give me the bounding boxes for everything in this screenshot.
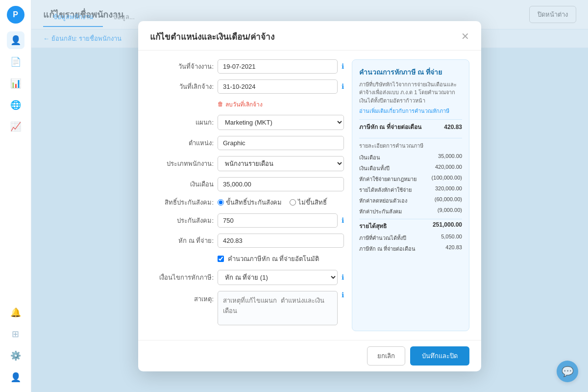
employee-type-select[interactable]: พนักงานรายเดือน พนักงานรายวัน พนักงานพาร… <box>218 156 344 171</box>
reason-textarea[interactable] <box>218 291 338 325</box>
end-date-label: วันที่เลิกจ้าง: <box>150 81 214 92</box>
reason-row: สาเหตุ: ℹ <box>150 291 344 325</box>
tax-summary-label: ภาษีหัก ณ ที่จ่ายต่อเดือน <box>359 122 421 131</box>
auto-calc-label: คำนวณภาษีหัก ณ ที่จ่ายอัตโนมัติ <box>228 254 319 264</box>
tax-panel-link[interactable]: อ่านเพิ่มเติมเกี่ยวกับการคำนวณหักภาษี <box>359 106 462 115</box>
tax-row-ss-deduct: หักค่าประกันสังคม (9,000.00) <box>359 206 462 217</box>
tax-row-after-expense: รายได้หลังหักค่าใช้จ่าย 320,000.00 <box>359 184 462 195</box>
sidebar: P 👤 📄 📊 🌐 📈 🔔 ⊞ ⚙️ 👤 <box>0 0 31 392</box>
sidebar-icon-network[interactable]: 🌐 <box>7 96 24 114</box>
hire-date-info-icon[interactable]: ℹ <box>342 62 344 70</box>
sidebar-icon-user2[interactable]: 👤 <box>7 368 24 386</box>
tax-panel-title: คำนวณการหักภาษี ณ ที่จ่าย <box>359 67 462 78</box>
department-row: แผนก: Marketing (MKT) HR Finance IT <box>150 115 344 130</box>
radio-ss-no[interactable] <box>290 199 296 206</box>
sidebar-icon-bell[interactable]: 🔔 <box>7 304 24 321</box>
tax-method-label: เงื่อนไขการหักภาษี: <box>150 272 214 283</box>
tax-summary-value: 420.83 <box>444 124 462 131</box>
insurance-info-icon[interactable]: ℹ <box>342 216 344 224</box>
modal-body: วันที่จ้างงาน: ℹ วันที่เลิกจ้าง: ℹ 🗑 <box>138 51 481 340</box>
sidebar-icon-person[interactable]: 👤 <box>7 31 24 49</box>
modal-footer: ยกเลิก บันทึกและปิด <box>138 340 481 371</box>
department-select[interactable]: Marketing (MKT) HR Finance IT <box>218 115 344 130</box>
modal-title: แก้ไขตำแหน่งและเงินเดือน/ค่าจ้าง <box>150 30 274 43</box>
tax-row-salary: เงินเดือน 35,000.00 <box>359 152 462 163</box>
tax-deduct-label: หัก ณ ที่จ่าย: <box>150 235 214 246</box>
tax-method-row: เงื่อนไขการหักภาษี: หัก ณ ที่จ่าย (1) หั… <box>150 270 344 285</box>
insurance-input[interactable] <box>218 213 338 228</box>
hire-date-label: วันที่จ้างงาน: <box>150 61 214 72</box>
sidebar-logo[interactable]: P <box>7 6 24 24</box>
social-security-row: สิทธิ์ประกันสังคม: ขั้นสิทธิ์ประกันสังคม… <box>150 197 344 208</box>
sidebar-icon-grid[interactable]: ⊞ <box>7 325 24 343</box>
form-area: วันที่จ้างงาน: ℹ วันที่เลิกจ้าง: ℹ 🗑 <box>150 59 344 331</box>
tax-deduct-input[interactable] <box>218 234 344 248</box>
modal-header: แก้ไขตำแหน่งและเงินเดือน/ค่าจ้าง ✕ <box>138 21 481 51</box>
tax-detail-title: รายละเอียดการคำนวณภาษี <box>359 141 462 150</box>
insurance-row: ประกันสังคม: ℹ <box>150 213 344 228</box>
main-content: แก้ไขรายชื่อพนักงาน ปิดหน้าต่าง ← ย้อนกล… <box>31 0 588 392</box>
position-input[interactable] <box>218 136 344 150</box>
department-label: แผนก: <box>150 117 214 128</box>
tax-row-monthly-tax: ภาษีหัก ณ ที่จ่ายต่อเดือน 420.83 <box>359 243 462 254</box>
tax-detail-section: รายละเอียดการคำนวณภาษี เงินเดือน 35,000.… <box>359 138 462 254</box>
employee-type-label: ประเภทพนักงาน: <box>150 158 214 169</box>
sidebar-icon-settings[interactable]: ⚙️ <box>7 347 24 365</box>
tax-row-net-income: รายได้สุทธิ 251,000.00 <box>359 219 462 233</box>
tax-row-annual: เงินเดือนทั้งปี 420,000.00 <box>359 163 462 174</box>
trash-icon: 🗑 <box>218 101 223 107</box>
salary-input[interactable] <box>218 177 344 191</box>
end-date-row: วันที่เลิกจ้าง: ℹ <box>150 79 344 94</box>
auto-calc-row: คำนวณภาษีหัก ณ ที่จ่ายอัตโนมัติ <box>150 254 344 264</box>
delete-date-link[interactable]: 🗑 ลบวันที่เลิกจ้าง <box>218 100 263 109</box>
sidebar-icon-chart[interactable]: 📊 <box>7 75 24 92</box>
tax-panel: คำนวณการหักภาษี ณ ที่จ่าย ภาษีที่บริษัทห… <box>352 59 469 331</box>
sidebar-icon-activity[interactable]: 📈 <box>7 118 24 135</box>
sidebar-icon-file[interactable]: 📄 <box>7 53 24 71</box>
cancel-button[interactable]: ยกเลิก <box>367 346 405 366</box>
save-button[interactable]: บันทึกและปิด <box>410 346 469 366</box>
tax-row-annual-tax: ภาษีที่คำนวณได้ทั้งปี 5,050.00 <box>359 233 462 243</box>
tax-method-select[interactable]: หัก ณ ที่จ่าย (1) หัก ณ ที่จ่าย (2) หัก … <box>218 270 338 285</box>
tax-method-info-icon[interactable]: ℹ <box>342 273 344 281</box>
tax-summary-row: ภาษีหัก ณ ที่จ่ายต่อเดือน 420.83 <box>359 119 462 134</box>
social-security-radio-group: ขั้นสิทธิ์ประกันสังคม ไม่ขึ้นสิทธิ์ <box>218 197 344 208</box>
modal-close-button[interactable]: ✕ <box>461 31 469 41</box>
modal-dialog: แก้ไขตำแหน่งและเงินเดือน/ค่าจ้าง ✕ วันที… <box>138 21 481 371</box>
modal-overlay: แก้ไขตำแหน่งและเงินเดือน/ค่าจ้าง ✕ วันที… <box>31 0 588 392</box>
employee-type-row: ประเภทพนักงาน: พนักงานรายเดือน พนักงานรา… <box>150 156 344 171</box>
radio-option2[interactable]: ไม่ขึ้นสิทธิ์ <box>290 197 327 208</box>
reason-info-icon[interactable]: ℹ <box>342 291 344 299</box>
tax-row-personal-deduct: หักค่าลดหย่อนตัวเอง (60,000.00) <box>359 195 462 206</box>
delete-date-row: 🗑 ลบวันที่เลิกจ้าง <box>150 100 344 109</box>
radio-option1[interactable]: ขั้นสิทธิ์ประกันสังคม <box>218 197 282 208</box>
end-date-info-icon[interactable]: ℹ <box>342 82 344 90</box>
salary-row: เงินเดือน <box>150 177 344 191</box>
radio-ss-yes[interactable] <box>218 199 224 206</box>
tax-panel-description: ภาษีที่บริษัทหักไว้จากการจ่ายเงินเดือนแล… <box>359 80 462 105</box>
tax-deduct-row: หัก ณ ที่จ่าย: <box>150 234 344 248</box>
reason-label: สาเหตุ: <box>150 291 214 304</box>
position-row: ตำแหน่ง: <box>150 136 344 150</box>
end-date-input[interactable] <box>218 79 338 94</box>
social-security-label: สิทธิ์ประกันสังคม: <box>150 197 214 208</box>
auto-calc-checkbox[interactable] <box>218 256 224 262</box>
salary-label: เงินเดือน <box>150 179 214 189</box>
insurance-label: ประกันสังคม: <box>150 215 214 226</box>
tax-row-expense-deduct: หักค่าใช้จ่ายตามกฎหมาย (100,000.00) <box>359 174 462 184</box>
position-label: ตำแหน่ง: <box>150 138 214 148</box>
hire-date-input[interactable] <box>218 59 338 74</box>
hire-date-row: วันที่จ้างงาน: ℹ <box>150 59 344 74</box>
